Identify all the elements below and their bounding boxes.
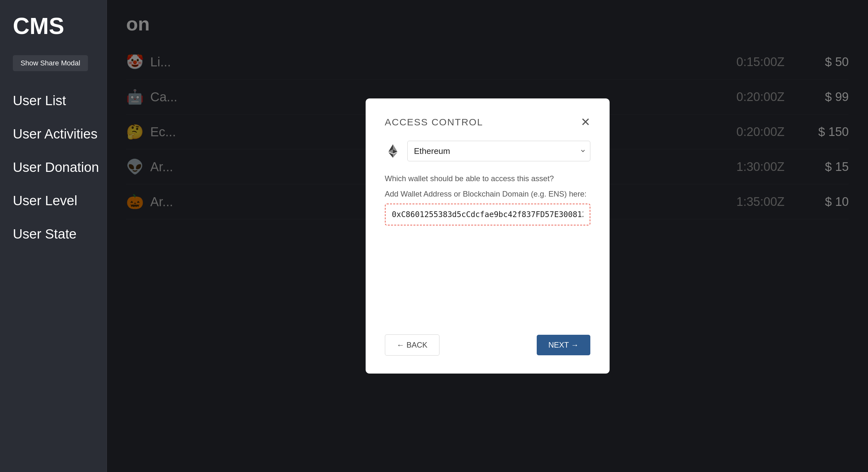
modal-header: ACCESS CONTROL ✕: [385, 116, 590, 128]
modal-question: Which wallet should be able to access th…: [385, 174, 590, 183]
back-button[interactable]: ← BACK: [385, 334, 439, 356]
blockchain-selector: Ethereum Polygon Solana Bitcoin: [385, 141, 590, 161]
show-share-modal-button[interactable]: Show Share Modal: [13, 55, 88, 71]
access-control-modal: ACCESS CONTROL ✕ Ethereum Polygon Solana: [366, 98, 610, 374]
blockchain-dropdown[interactable]: Ethereum Polygon Solana Bitcoin: [407, 141, 590, 161]
cms-logo: CMS: [13, 13, 106, 39]
modal-instruction: Add Wallet Address or Blockchain Domain …: [385, 190, 590, 199]
sidebar-item-user-donation[interactable]: User Donation: [13, 151, 106, 184]
close-button[interactable]: ✕: [581, 116, 590, 128]
wallet-address-input[interactable]: [385, 204, 590, 226]
sidebar-item-user-state[interactable]: User State: [13, 217, 106, 251]
modal-overlay: ACCESS CONTROL ✕ Ethereum Polygon Solana: [107, 0, 868, 472]
sidebar-item-user-level[interactable]: User Level: [13, 184, 106, 217]
next-button[interactable]: NEXT →: [537, 335, 590, 355]
sidebar: CMS Show Share Modal User List User Acti…: [0, 0, 107, 472]
modal-footer: ← BACK NEXT →: [385, 334, 590, 356]
sidebar-nav: User List User Activities User Donation …: [13, 84, 106, 251]
modal-content-spacer: [385, 226, 590, 322]
sidebar-item-user-list[interactable]: User List: [13, 84, 106, 117]
sidebar-item-user-activities[interactable]: User Activities: [13, 117, 106, 151]
modal-title: ACCESS CONTROL: [385, 117, 483, 128]
ethereum-icon: [385, 143, 401, 159]
main-content: on 🤡 Li... 0:15:00Z $ 50 🤖 Ca... 0:20:00…: [107, 0, 868, 472]
